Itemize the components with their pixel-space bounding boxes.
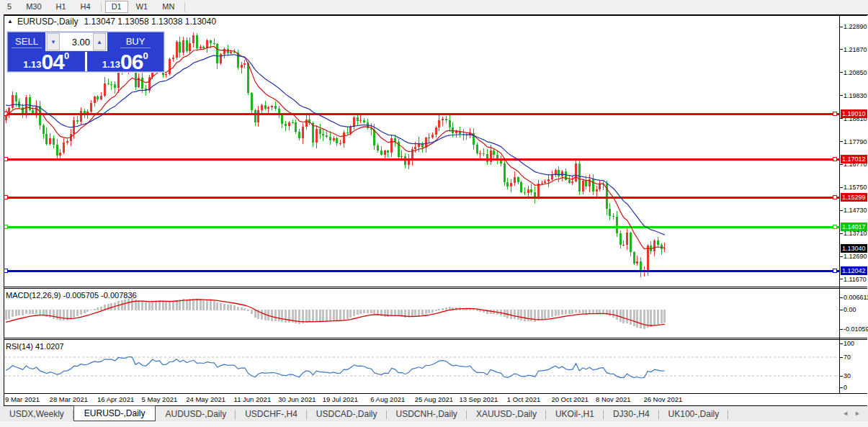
candle-body [520,182,522,192]
candle-body [657,241,659,245]
chart-tab-usdchf-h4[interactable]: USDCHF-,H4 [236,408,307,421]
sell-price-display[interactable]: 1.13040 [8,52,85,71]
candle-body [182,40,184,53]
chart-tab-eurusd-daily[interactable]: EURUSD-,Daily [73,405,156,421]
candle-body [483,153,485,154]
collapse-arrow-icon[interactable]: ▲ [7,18,13,24]
candle-body [578,163,581,192]
price-tick-mark [840,164,843,165]
candle-body [558,170,560,176]
candle-body [404,156,406,165]
sell-price-big-digits: 04 [42,53,64,71]
price-tick-mark [840,279,843,279]
rsi-label: RSI(14) 41.0207 [6,342,64,351]
price-tick-mark [840,95,843,96]
buy-price-display[interactable]: 1.13060 [87,52,164,71]
sell-button[interactable]: SELL [8,32,46,51]
candle-body [527,189,529,192]
candle-body [329,137,331,140]
lot-increase-button[interactable]: ▲ [93,33,106,50]
line-handle[interactable] [4,269,8,273]
candle-body [254,110,256,122]
chart-tab-xauusd-daily[interactable]: XAUUSD-,Daily [467,408,546,421]
candle-body [636,261,638,264]
candle-body [90,103,92,112]
buy-price-big-digits: 06 [120,53,143,71]
candle-body [295,122,297,132]
candle-body [390,138,393,153]
line-handle[interactable] [4,112,8,116]
price-tick-mark [840,233,843,234]
candle-body [216,44,218,63]
date-axis-label: 25 Aug 2021 [415,395,453,403]
one-click-trade-panel: SELL ▼ ▲ BUY 1.13040 1.13060 [7,32,164,72]
candle-body [285,124,287,126]
macd-tick-label: 0.006611 [844,294,868,301]
candle-body [452,127,454,133]
line-handle[interactable] [833,269,837,273]
candle-body [241,65,243,68]
lot-size-input[interactable] [60,33,93,50]
line-handle[interactable] [4,225,8,229]
tab-scroll-arrows[interactable]: ◄► [842,410,867,417]
date-axis-label: 1 Oct 2021 [507,395,540,403]
candle-body [544,181,546,183]
line-handle[interactable] [833,225,837,229]
price-level-badge: 1.12042 [841,266,867,275]
rsi-tick-label: 0 [844,384,847,391]
candle-body [100,96,102,99]
buy-label: BUY [126,36,146,47]
quote-ohlc: 1.13047 1.13058 1.13038 1.13040 [84,17,217,27]
rsi-tick-label: 30 [844,372,851,379]
candle-body [169,59,171,74]
line-handle[interactable] [4,158,8,161]
candle-body [384,150,386,154]
date-axis-label: 24 May 2021 [186,395,225,403]
candle-body [653,241,656,251]
candle-body [514,177,516,183]
macd-tick-mark [840,297,843,298]
candle-body [547,179,550,181]
candle-body [25,97,27,114]
line-handle[interactable] [833,158,837,161]
candle-body [107,84,109,84]
candle-body [213,43,215,44]
chart-tab-uk100-daily[interactable]: UK100-,Daily [659,408,729,421]
candle-body [94,96,96,103]
chart-tab-ukoil-h1[interactable]: UKOil-,H1 [546,408,604,421]
candle-body [271,106,273,107]
candle-body [346,132,349,133]
chart-tab-usdcad-daily[interactable]: USDCAD-,Daily [307,408,387,421]
chart-tab-audusd-daily[interactable]: AUDUSD-,Daily [156,408,236,421]
chart-tab-dj30-h4[interactable]: DJ30-,H4 [604,408,659,421]
candle-body [493,150,495,155]
sell-label: SELL [15,36,38,47]
buy-button[interactable]: BUY [107,32,164,51]
candle-body [575,163,577,181]
macd-tick-label: -0.010595 [844,325,868,333]
line-handle[interactable] [833,196,837,199]
candle-body [479,153,481,154]
date-axis-label: 26 Nov 2021 [643,395,682,403]
price-tick-mark [840,27,843,27]
chart-tab-usdcnh-daily[interactable]: USDCNH-,Daily [387,408,467,421]
price-tick-label: 1.20850 [844,69,867,76]
candle-body [445,119,447,121]
price-tick-mark [840,210,843,211]
line-handle[interactable] [833,112,837,116]
lot-decrease-button[interactable]: ▼ [47,33,60,50]
candle-body [377,145,379,150]
candle-body [292,122,294,123]
candle-body [633,252,635,264]
candle-body [66,141,68,143]
candle-body [647,246,649,269]
line-handle[interactable] [4,196,8,199]
candle-body [585,181,587,186]
candle-body [517,177,519,182]
candle-body [42,125,45,133]
date-axis-label: 19 Jul 2021 [323,395,358,403]
chart-tab-usdx-weekly[interactable]: USDX,Weekly [0,408,73,421]
macd-tick-mark [840,329,843,330]
rsi-tick-mark [840,357,843,358]
candle-body [202,47,205,48]
